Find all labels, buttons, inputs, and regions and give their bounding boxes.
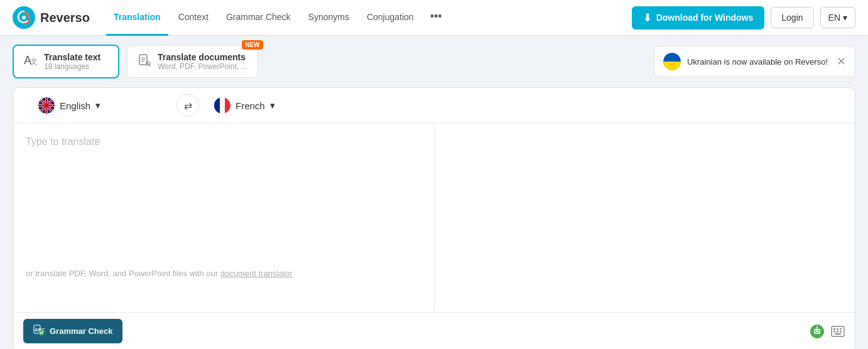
nav-conjugation[interactable]: Conjugation [359,0,421,36]
toolbar: A 文 Translate text 18 languages [0,36,868,87]
english-flag-icon [38,97,55,114]
logo-text: Reverso [40,11,90,25]
panel-bottom-toolbar: ABC Grammar Check [13,312,855,349]
keyboard-icon [831,326,845,337]
target-language-label: French [236,100,265,111]
robot-icon [810,324,825,339]
download-button[interactable]: ⬇ Download for Windows [632,6,765,30]
main-nav: Translation Context Grammar Check Synony… [106,0,626,36]
translation-panels: or translate PDF, Word, and PowerPoint f… [13,124,855,312]
svg-text:文: 文 [30,57,38,66]
translation-box: English ▾ ⇄ French ▾ [13,87,855,349]
target-language-selector[interactable]: French ▾ [199,97,350,114]
reverso-logo-icon [13,6,35,29]
source-lang-chevron-icon: ▾ [95,100,100,111]
lang-chevron-icon: ▾ [843,13,847,23]
nav-more-button[interactable]: ••• [424,0,448,36]
source-panel: or translate PDF, Word, and PowerPoint f… [13,124,435,312]
svg-rect-37 [835,333,841,335]
svg-rect-32 [837,328,838,330]
notification-close-button[interactable]: ✕ [837,55,846,68]
download-icon: ⬇ [643,12,651,24]
document-translator-link[interactable]: document translator [220,269,293,278]
translate-text-info: Translate text 18 languages [44,52,100,71]
translate-text-title: Translate text [44,52,100,62]
nav-synonyms[interactable]: Synonyms [301,0,357,36]
swap-languages-button[interactable]: ⇄ [176,94,199,117]
svg-point-29 [816,326,818,327]
ukraine-flag-icon [663,53,681,70]
swap-icon: ⇄ [184,100,192,112]
svg-point-1 [22,16,26,19]
ai-tool-button[interactable] [810,324,825,339]
grammar-check-button[interactable]: ABC Grammar Check [23,319,122,343]
virtual-keyboard-button[interactable] [831,326,845,337]
svg-point-26 [818,330,819,331]
panel-right-icons [810,324,845,339]
translate-text-subtitle: 18 languages [44,62,100,71]
svg-rect-31 [833,328,835,330]
notification-text: Ukrainian is now available on Reverso! [687,57,828,67]
main-area: English ▾ ⇄ French ▾ [0,87,868,349]
source-language-label: English [60,100,90,111]
svg-rect-36 [840,331,842,333]
source-text-input[interactable] [26,136,421,262]
target-lang-chevron-icon: ▾ [270,100,275,111]
nav-context[interactable]: Context [171,0,216,36]
new-badge: NEW [242,40,263,50]
translate-docs-subtitle: Word, PDF, PowerPoint, ... [158,62,247,71]
translate-docs-tab-wrapper: Translate documents Word, PDF, PowerPoin… [127,45,258,78]
target-panel [435,124,855,312]
french-flag-icon [214,97,231,114]
notification-banner: Ukrainian is now available on Reverso! ✕ [654,46,855,77]
source-language-selector[interactable]: English ▾ [26,97,176,114]
header: Reverso Translation Context Grammar Chec… [0,0,868,36]
translate-text-icon: A 文 [24,53,38,70]
svg-point-25 [815,330,816,331]
translate-docs-title: Translate documents [158,52,247,62]
translate-docs-tab[interactable]: Translate documents Word, PDF, PowerPoin… [127,45,258,78]
header-right: ⬇ Download for Windows Login EN ▾ [632,6,855,30]
svg-rect-24 [814,329,820,334]
hint-text: or translate PDF, Word, and PowerPoint f… [26,269,421,278]
translate-docs-icon [138,53,151,70]
login-button[interactable]: Login [771,7,813,28]
translate-text-tab[interactable]: A 文 Translate text 18 languages [13,45,119,78]
translate-docs-info: Translate documents Word, PDF, PowerPoin… [158,52,247,71]
language-selector-row: English ▾ ⇄ French ▾ [13,88,855,124]
nav-grammar-check[interactable]: Grammar Check [219,0,298,36]
language-selector-button[interactable]: EN ▾ [820,7,855,28]
svg-rect-35 [837,331,838,333]
logo[interactable]: Reverso [13,6,90,29]
grammar-check-icon: ABC [33,325,45,338]
svg-rect-34 [833,331,835,333]
svg-rect-33 [840,328,842,330]
nav-translation[interactable]: Translation [106,0,168,36]
